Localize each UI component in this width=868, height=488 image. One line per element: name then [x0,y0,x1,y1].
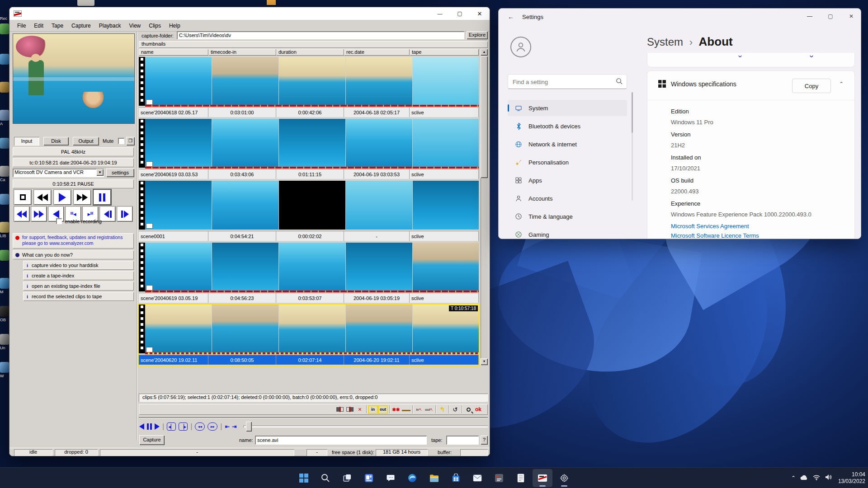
menu-help[interactable]: Help [165,21,184,31]
search-icon[interactable] [616,78,622,84]
chat-button[interactable] [381,469,401,487]
onedrive-cloud-icon[interactable] [800,474,808,482]
clip-thumbnail[interactable] [346,181,412,230]
frame-step-back-icon[interactable]: ◂▏ [167,422,176,431]
column-header-name[interactable]: name [139,49,208,56]
minimize-icon[interactable]: — [430,7,450,20]
clip-row-selected[interactable]: T 0:10:57:18 scene'20040620 19.02.11 0:0… [139,305,479,366]
clip-thumbnail[interactable] [279,181,345,230]
split-before-icon[interactable] [335,405,345,414]
notes-button[interactable] [511,469,531,487]
thumbnails-bar[interactable]: thumbnails [139,41,488,48]
clip-thumbnail[interactable] [145,305,212,353]
clip-thumbnail[interactable] [212,119,278,168]
clip-thumbnail[interactable] [346,243,412,291]
output-button[interactable]: Output [73,137,99,145]
clip-thumbnail[interactable] [279,57,345,106]
capture-folder-input[interactable] [177,31,464,39]
menu-file[interactable]: File [13,21,30,31]
scene-forward-icon[interactable]: ▸▸ [208,422,217,431]
sidebar-item-accounts[interactable]: Accounts [508,190,627,206]
menu-view[interactable]: View [125,21,145,31]
menu-capture[interactable]: Capture [67,21,95,31]
maximize-icon[interactable]: ▢ [820,9,841,24]
services-agreement-link[interactable]: Microsoft Services Agreement [671,223,749,230]
clip-thumbnail[interactable] [413,57,479,106]
clip-thumbnail[interactable] [145,243,212,291]
mail-button[interactable] [467,469,487,487]
breadcrumb-system[interactable]: System [647,36,683,48]
sidebar-item-bluetooth-devices[interactable]: Bluetooth & devices [508,118,627,134]
minimize-icon[interactable]: — [799,9,820,24]
input-button[interactable]: Input [14,137,39,145]
close-icon[interactable]: ✕ [470,7,490,20]
ok-button[interactable]: ok [473,405,483,414]
sidebar-item-gaming[interactable]: Gaming [508,226,627,239]
sidebar-scrollbar[interactable] [632,92,633,201]
desktop-icon[interactable] [0,82,9,93]
clip-thumbnail[interactable] [279,305,345,353]
seek-forward-button[interactable] [31,206,47,221]
scrollbar-down-icon[interactable]: ▼ [481,358,488,365]
clip-thumbnail[interactable] [346,57,412,106]
sidebar-item-time-language[interactable]: Time & language [508,208,627,225]
clip-thumbnail[interactable] [212,243,278,291]
desktop-icon[interactable] [0,250,9,261]
chevron-down-icon[interactable]: ▼ [96,169,104,176]
desktop-icon[interactable] [0,166,9,177]
scenalyzer-taskbar-button[interactable] [533,469,552,487]
clip-thumbnail[interactable] [413,305,479,353]
menu-edit[interactable]: Edit [30,21,47,31]
desktop-icon[interactable] [0,54,9,65]
scene-back-icon[interactable]: ◂◂ [195,422,205,431]
enable-recording-checkbox[interactable] [56,218,62,224]
device-settings-button[interactable]: settings [106,169,134,177]
clips-scrollbar[interactable]: ▲ ▼ [481,49,488,365]
widgets-button[interactable] [359,469,379,487]
tape-input[interactable] [446,436,479,445]
position-slider[interactable] [243,426,488,427]
disk-button[interactable]: Disk [43,137,69,145]
search-box[interactable] [508,74,627,89]
capture-button[interactable]: Capture [139,435,165,445]
column-header-timecode-in[interactable]: timecode-in [208,49,276,56]
clip-caption-row[interactable]: scene'20040618 02.05.17 0:03:01:00 0:00:… [139,107,479,117]
settings-titlebar[interactable]: ← Settings — ▢ ✕ [499,9,861,27]
clip-caption-row[interactable]: scene'20040620 19.02.11 0:08:50:05 0:02:… [139,355,479,365]
menu-tape[interactable]: Tape [47,21,67,31]
help-item-tape-index[interactable]: i create a tape-index [23,271,134,280]
support-note[interactable]: for support, feedback, updates and regis… [13,233,134,249]
desktop-icon[interactable] [0,138,9,149]
goto-out-icon[interactable]: out↖ [424,405,434,414]
network-icon[interactable] [813,474,820,482]
delete-icon[interactable]: × [355,405,365,414]
help-item-record-clips[interactable]: i record the selected clips to tape [23,292,134,301]
desktop-icon[interactable] [0,110,9,121]
pause-button[interactable] [94,190,111,205]
mute-checkbox[interactable] [118,138,124,144]
clip-thumbnail[interactable] [145,57,212,106]
device-select[interactable]: Microsoft DV Camera and VCR ▼ [13,169,104,177]
desktop-icon[interactable] [0,306,9,317]
mark-out-icon[interactable]: out [378,405,388,414]
close-icon[interactable]: ✕ [841,9,861,24]
clip-thumbnail[interactable] [212,57,278,106]
scenalyzer-titlebar[interactable]: — ▢ ✕ [9,7,490,20]
desktop-icon[interactable] [0,362,9,373]
clip-row[interactable]: scene'20040619 03.03.53 0:03:43:06 0:01:… [139,119,479,180]
frame-forward-button[interactable] [117,206,132,221]
fast-forward-button[interactable] [74,190,91,205]
split-after-icon[interactable] [345,405,355,414]
clip-row[interactable]: scene'20040618 02.05.17 0:03:01:00 0:00:… [139,57,479,118]
clip-thumbnail[interactable] [279,119,345,168]
batch-delete-icon[interactable]: ✱✱ [391,405,401,414]
help-item-capture[interactable]: i capture video to your harddisk [23,261,134,270]
avatar[interactable] [510,37,531,57]
explore-button[interactable]: Explore [467,31,488,39]
go-end-icon[interactable]: ⇥ [232,423,237,430]
rewind-button[interactable] [34,190,51,205]
clip-thumbnail[interactable] [413,119,479,168]
magnifier-icon[interactable] [463,405,473,414]
maximize-icon[interactable]: ▢ [450,7,470,20]
scrollbar-thumb[interactable] [481,56,488,178]
